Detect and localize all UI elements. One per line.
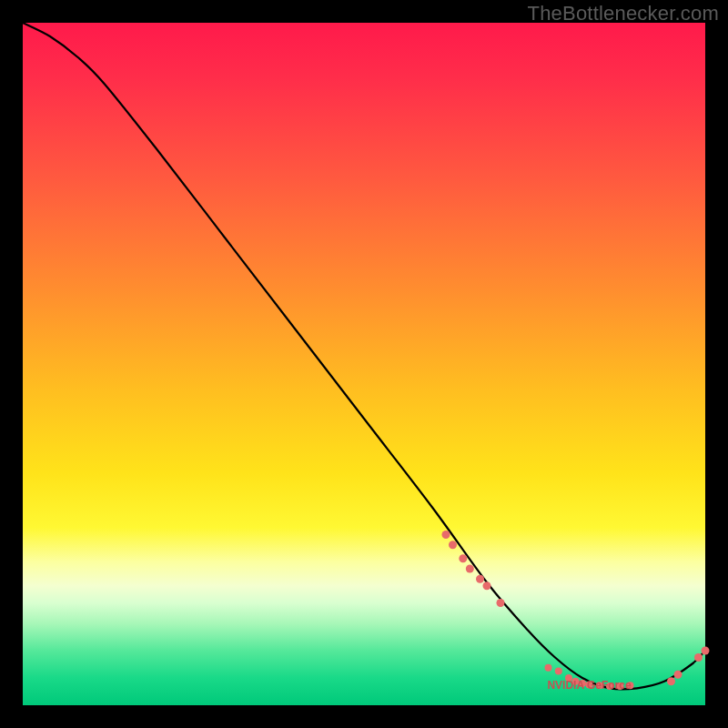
data-point: [555, 668, 562, 675]
data-point: [442, 531, 450, 539]
plot-area: NVIDIA GeForce: [23, 23, 705, 705]
curve-layer: [23, 23, 705, 689]
chart-svg: NVIDIA GeForce: [23, 23, 705, 705]
data-point: [497, 599, 505, 607]
data-point: [674, 671, 682, 679]
data-point: [667, 677, 675, 685]
data-point: [702, 647, 710, 655]
bottleneck-curve-path: [23, 23, 705, 689]
data-point: [459, 554, 467, 562]
data-point: [545, 664, 552, 672]
chart-frame: TheBottlenecker.com NVIDIA GeForce: [0, 0, 728, 728]
data-point: [449, 541, 457, 549]
data-point: [483, 581, 491, 590]
watermark-text: TheBottlenecker.com: [528, 2, 719, 25]
marker-cluster-a: [442, 531, 505, 607]
data-point: [466, 565, 474, 573]
data-point: [694, 653, 703, 662]
data-point: [476, 575, 484, 583]
cluster-b-label: NVIDIA GeForce: [547, 679, 632, 692]
